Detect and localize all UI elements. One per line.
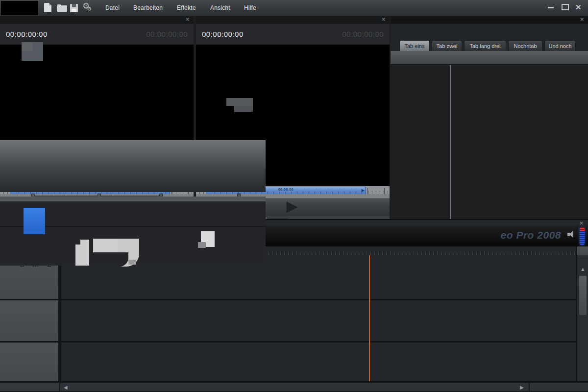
application-window: ⚙⚙ Datei Bearbeiten Effekte Ansicht Hilf…: [0, 0, 588, 392]
timeline-playhead[interactable]: [369, 255, 370, 381]
loupe-pixel-block: [22, 42, 32, 51]
loupe-vertical-bar: [123, 0, 130, 134]
loupe-toolbar-band: [0, 140, 266, 192]
tab-panel-content: [391, 65, 588, 222]
product-logo-text: eo Pro 2008: [501, 229, 561, 241]
bottom-corner-segment: [530, 383, 588, 391]
loupe-panel: [0, 0, 123, 74]
monitor-right-close-icon[interactable]: ✕: [382, 17, 386, 22]
track-lane-2[interactable]: [61, 300, 576, 341]
scroll-left-icon[interactable]: ◀: [64, 385, 68, 390]
content-column-divider[interactable]: [450, 65, 451, 222]
range-right-arrow-icon[interactable]: ▶: [362, 188, 365, 193]
loupe-gap: [0, 192, 266, 196]
timeline-close-icon[interactable]: ✕: [580, 221, 584, 226]
loupe-panel: [0, 80, 123, 134]
tab-und-noch[interactable]: Und noch: [544, 40, 576, 51]
tab-lang-drei[interactable]: Tab lang drei: [464, 40, 506, 51]
loupe-pixel-block: [234, 106, 253, 112]
loupe-pixel-block: [198, 242, 206, 248]
loupe-gap: [0, 134, 266, 140]
close-button[interactable]: ✕: [575, 3, 582, 12]
loupe-undo-arrow-pixels: [128, 260, 136, 265]
audio-level-meter: [580, 227, 585, 245]
track-header-2[interactable]: [0, 300, 59, 341]
tab-nochntab[interactable]: Nochntab: [508, 40, 542, 51]
tab-zwei[interactable]: Tab zwei: [432, 40, 462, 51]
bottom-bar: ◀ ▶: [0, 381, 588, 392]
loupe-strip: [0, 196, 266, 201]
tab-panel: ✕ Tab eins Tab zwei Tab lang drei Nochnt…: [391, 16, 588, 222]
tab-panel-toolbar: [391, 51, 588, 65]
vertical-scrollbar[interactable]: ▲: [576, 255, 588, 381]
horizontal-scrollbar[interactable]: ◀ ▶: [60, 383, 529, 391]
scroll-thumb[interactable]: [579, 276, 587, 315]
maximize-button[interactable]: [562, 4, 569, 10]
loupe-panel: [130, 0, 266, 74]
loupe-blue-button: [24, 208, 45, 234]
tab-eins[interactable]: Tab eins: [399, 40, 430, 51]
tab-panel-close-icon[interactable]: ✕: [580, 17, 584, 22]
play-button[interactable]: ▶: [287, 198, 297, 214]
loupe-undo-arrow-pixels: [75, 240, 80, 245]
loupe-pixel-block: [226, 98, 253, 106]
loupe-blue-edge: [20, 203, 24, 234]
ruler-corner-right: [576, 246, 588, 255]
minimize-button[interactable]: [548, 7, 554, 8]
tab-panel-titlebar: ✕: [391, 16, 588, 24]
scroll-up-icon[interactable]: ▲: [580, 266, 586, 272]
scroll-right-icon[interactable]: ▶: [520, 385, 524, 390]
bottom-header-segment: [0, 383, 59, 391]
track-lane-3[interactable]: [61, 343, 576, 381]
timecode-sub: 00:00:00:00: [342, 30, 384, 38]
mute-speaker-icon[interactable]: [567, 231, 576, 238]
track-header-3[interactable]: [0, 343, 59, 381]
loupe-gap: [0, 74, 266, 80]
